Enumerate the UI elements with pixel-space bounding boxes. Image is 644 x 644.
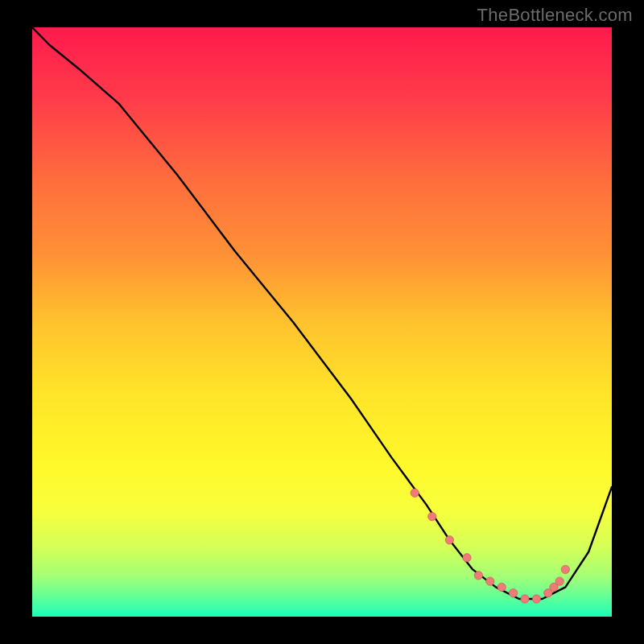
- curve-marker: [486, 577, 494, 585]
- curve-marker: [411, 489, 419, 497]
- curve-marker: [474, 572, 482, 580]
- curve-marker: [561, 565, 569, 573]
- curve-marker: [497, 583, 506, 591]
- curve-marker: [555, 577, 564, 585]
- curve-marker: [445, 536, 453, 544]
- plot-area: [32, 27, 612, 617]
- watermark-text: TheBottleneck.com: [477, 5, 633, 26]
- svg-rect-0: [32, 27, 612, 617]
- curve-marker: [509, 589, 517, 597]
- chart-frame: TheBottleneck.com: [0, 0, 644, 644]
- curve-marker: [521, 595, 529, 603]
- curve-marker: [532, 595, 540, 603]
- chart-svg: [32, 27, 612, 617]
- curve-marker: [463, 554, 471, 562]
- curve-marker: [428, 512, 436, 520]
